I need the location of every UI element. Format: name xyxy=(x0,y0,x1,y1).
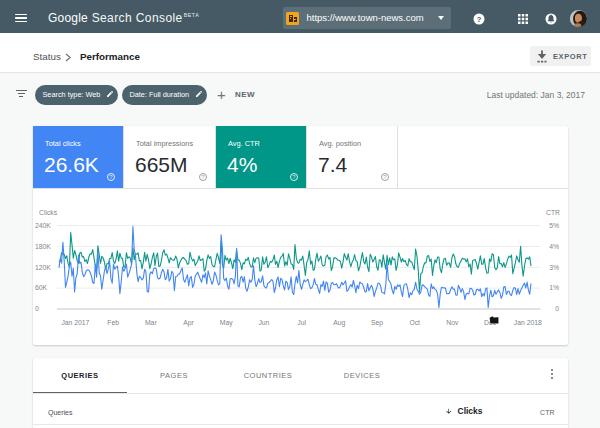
svg-text:180K: 180K xyxy=(35,243,51,250)
svg-text:Nov: Nov xyxy=(446,319,459,326)
svg-text:0: 0 xyxy=(555,305,559,312)
svg-text:Feb: Feb xyxy=(107,319,119,326)
svg-text:Jun: Jun xyxy=(258,319,269,326)
svg-text:4%: 4% xyxy=(549,243,559,250)
svg-text:0: 0 xyxy=(35,305,39,312)
svg-text:?: ? xyxy=(477,15,482,24)
svg-text:120K: 120K xyxy=(35,264,51,271)
svg-text:5%: 5% xyxy=(549,222,559,229)
svg-text:60K: 60K xyxy=(35,284,48,291)
svg-text:Jul: Jul xyxy=(297,319,306,326)
svg-text:CTR: CTR xyxy=(546,209,560,216)
svg-text:Jan 2017: Jan 2017 xyxy=(61,319,89,326)
svg-text:Aug: Aug xyxy=(333,319,345,327)
svg-text:Sep: Sep xyxy=(371,319,383,327)
svg-text:240K: 240K xyxy=(35,222,51,229)
svg-text:Mar: Mar xyxy=(145,319,157,326)
svg-text:1%: 1% xyxy=(549,284,559,291)
svg-text:Oct: Oct xyxy=(409,319,420,326)
svg-text:Jan 2018: Jan 2018 xyxy=(514,319,542,326)
svg-text:May: May xyxy=(220,319,233,327)
svg-text:3%: 3% xyxy=(549,264,559,271)
svg-text:Apr: Apr xyxy=(183,319,194,327)
svg-text:Clicks: Clicks xyxy=(39,209,58,216)
